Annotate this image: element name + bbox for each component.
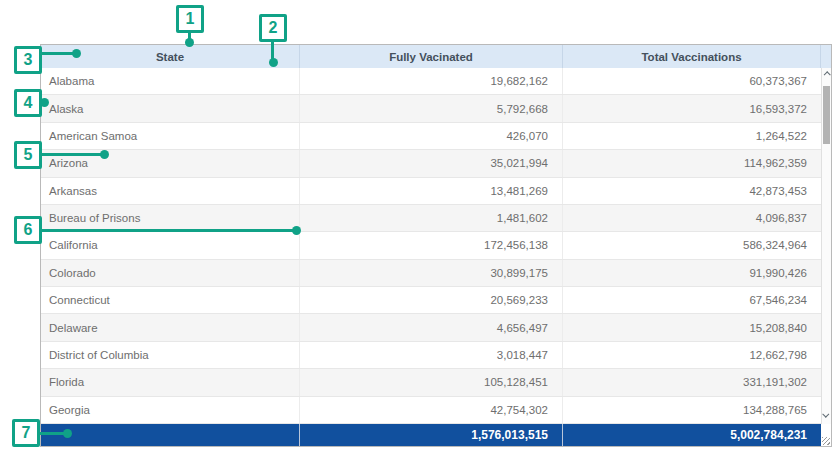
fully-vaccinated-cell: 19,682,162 (300, 68, 563, 94)
scroll-up-button[interactable] (822, 68, 831, 82)
total-vaccinations-cell: 586,324,964 (563, 232, 821, 258)
callout-3: 3 (14, 46, 42, 74)
fully-vaccinated-cell: 5,792,668 (300, 95, 563, 121)
state-cell: Connecticut (41, 287, 300, 313)
scroll-down-button[interactable] (822, 406, 831, 420)
table-row[interactable]: Alabama 19,682,162 60,373,367 (41, 68, 821, 95)
total-vaccinations-cell: 4,096,837 (563, 205, 821, 231)
state-cell: District of Columbia (41, 342, 300, 368)
state-cell: Alabama (41, 68, 300, 94)
table-row[interactable]: Georgia 42,754,302 134,288,765 (41, 397, 821, 424)
fully-vaccinated-cell: 30,899,175 (300, 260, 563, 286)
table-row[interactable]: District of Columbia 3,018,447 12,662,79… (41, 342, 821, 369)
fully-vaccinated-cell: 1,481,602 (300, 205, 563, 231)
callout-1-dot (185, 38, 194, 47)
state-cell: California (41, 232, 300, 258)
header-scrollbar-spacer (821, 45, 831, 68)
scrollbar-thumb[interactable] (823, 86, 830, 144)
summary-row: 1,576,013,515 5,002,784,231 (41, 424, 831, 446)
table-row[interactable]: Colorado 30,899,175 91,990,426 (41, 260, 821, 287)
table-row[interactable]: Florida 105,128,451 331,191,302 (41, 369, 821, 396)
fully-vaccinated-cell: 13,481,269 (300, 178, 563, 204)
total-vaccinations-cell: 15,208,840 (563, 314, 821, 340)
callout-3-dot (72, 49, 81, 58)
fully-vaccinated-cell: 35,021,994 (300, 150, 563, 176)
state-cell: Delaware (41, 314, 300, 340)
chevron-down-icon (822, 410, 829, 417)
table-row[interactable]: Alaska 5,792,668 16,593,372 (41, 95, 821, 122)
total-vaccinations-cell: 114,962,359 (563, 150, 821, 176)
resize-grip-icon[interactable] (822, 437, 830, 445)
total-vaccinations-cell: 331,191,302 (563, 369, 821, 395)
callout-6-dot (292, 226, 301, 235)
fully-vaccinated-cell: 105,128,451 (300, 369, 563, 395)
total-vaccinations-cell: 16,593,372 (563, 95, 821, 121)
column-header-fully-vaccinated[interactable]: Fully Vacinated (300, 45, 563, 68)
table-header-row: State Fully Vacinated Total Vaccinations (41, 45, 831, 68)
fully-vaccinated-cell: 426,070 (300, 123, 563, 149)
state-cell: American Samoa (41, 123, 300, 149)
state-cell: Colorado (41, 260, 300, 286)
total-vaccinations-cell: 60,373,367 (563, 68, 821, 94)
table-row[interactable]: Delaware 4,656,497 15,208,840 (41, 314, 821, 341)
summary-fully-vaccinated-cell: 1,576,013,515 (300, 424, 563, 446)
fully-vaccinated-cell: 4,656,497 (300, 314, 563, 340)
summary-total-vaccinations-cell: 5,002,784,231 (563, 424, 821, 446)
table-corner (821, 424, 831, 446)
table-row[interactable]: Arkansas 13,481,269 42,873,453 (41, 178, 821, 205)
fully-vaccinated-cell: 20,569,233 (300, 287, 563, 313)
total-vaccinations-cell: 67,546,234 (563, 287, 821, 313)
fully-vaccinated-cell: 3,018,447 (300, 342, 563, 368)
callout-3-line (42, 52, 74, 55)
table-row[interactable]: Connecticut 20,569,233 67,546,234 (41, 287, 821, 314)
callout-6-line (42, 229, 294, 232)
callout-7-dot (63, 429, 72, 438)
total-vaccinations-cell: 134,288,765 (563, 397, 821, 423)
total-vaccinations-cell: 12,662,798 (563, 342, 821, 368)
table-row[interactable]: Arizona 35,021,994 114,962,359 (41, 150, 821, 177)
callout-5: 5 (14, 141, 42, 169)
attribute-table: State Fully Vacinated Total Vaccinations… (40, 44, 832, 447)
state-cell: Arkansas (41, 178, 300, 204)
state-cell: Alaska (41, 95, 300, 121)
table-row[interactable]: American Samoa 426,070 1,264,522 (41, 123, 821, 150)
chevron-up-icon (824, 71, 831, 78)
table-rows: Alabama 19,682,162 60,373,367 Alaska 5,7… (41, 68, 821, 424)
state-cell: Bureau of Prisons (41, 205, 300, 231)
state-cell: Georgia (41, 397, 300, 423)
callout-7: 7 (12, 419, 40, 447)
total-vaccinations-cell: 91,990,426 (563, 260, 821, 286)
fully-vaccinated-cell: 172,456,138 (300, 232, 563, 258)
fully-vaccinated-cell: 42,754,302 (300, 397, 563, 423)
column-header-total-vaccinations[interactable]: Total Vaccinations (563, 45, 821, 68)
callout-2: 2 (259, 14, 287, 42)
total-vaccinations-cell: 42,873,453 (563, 178, 821, 204)
callout-5-line (42, 153, 102, 156)
callout-1: 1 (176, 5, 204, 33)
callout-4: 4 (14, 89, 42, 117)
callout-6: 6 (14, 216, 42, 244)
callout-5-dot (100, 150, 109, 159)
table-row[interactable]: California 172,456,138 586,324,964 (41, 232, 821, 259)
total-vaccinations-cell: 1,264,522 (563, 123, 821, 149)
callout-2-dot (269, 58, 278, 67)
vertical-scrollbar[interactable] (821, 68, 831, 424)
summary-state-cell (41, 424, 300, 446)
state-cell: Florida (41, 369, 300, 395)
table-body: Alabama 19,682,162 60,373,367 Alaska 5,7… (41, 68, 831, 424)
